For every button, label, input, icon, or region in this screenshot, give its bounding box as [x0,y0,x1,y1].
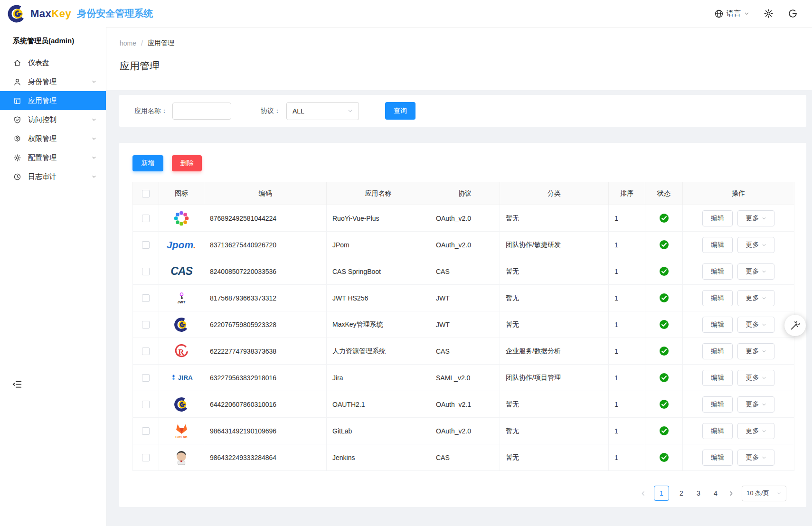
globe-icon [714,9,724,19]
app-protocol: OAuth_v2.0 [430,232,500,258]
table-row: Jpom.837136275440926720JPomOAuth_v2.0团队协… [133,232,794,258]
sidebar-user-title: 系统管理员(admin) [0,27,106,53]
breadcrumb-home[interactable]: home [120,39,136,47]
edit-button[interactable]: 编辑 [702,450,733,466]
app-sort: 1 [609,391,645,418]
more-button[interactable]: 更多 [737,450,774,466]
more-label: 更多 [746,347,759,356]
edit-button[interactable]: 编辑 [702,396,733,413]
chevron-down-icon [762,322,766,327]
protocol-select-value: ALL [293,107,304,115]
edit-button[interactable]: 编辑 [702,423,733,439]
pagination-page-4[interactable]: 4 [711,489,720,497]
select-all-checkbox[interactable] [142,190,150,197]
chevron-down-icon [92,155,96,160]
app-logo-jwt: JWT [159,285,204,311]
app-code: 824008507220033536 [204,258,327,285]
more-button[interactable]: 更多 [737,210,774,226]
more-button[interactable]: 更多 [737,396,774,413]
more-button[interactable]: 更多 [737,423,774,439]
app-sort: 1 [609,418,645,444]
app-category: 团队协作/敏捷研发 [500,232,609,258]
column-header: 状态 [645,182,683,205]
chevron-down-icon [762,296,766,301]
sidebar-item-apps[interactable]: 应用管理 [0,91,106,110]
shield-icon [13,116,21,124]
app-logo-maxkey [159,391,204,417]
chevron-down-icon [762,402,766,407]
settings-button[interactable] [764,9,774,19]
more-button[interactable]: 更多 [737,263,774,280]
row-checkbox[interactable] [142,454,150,461]
chevron-down-icon [777,491,782,496]
chevron-down-icon [762,376,766,380]
edit-button[interactable]: 编辑 [702,317,733,333]
sidebar-item-permission[interactable]: 权限管理 [0,129,106,148]
chevron-down-icon [762,216,766,221]
logout-button[interactable] [788,9,798,19]
theme-tool-button[interactable] [784,315,806,336]
add-button[interactable]: 新增 [132,155,163,171]
edit-button[interactable]: 编辑 [702,210,733,226]
edit-button[interactable]: 编辑 [702,237,733,253]
chevron-down-icon [348,108,353,113]
row-checkbox[interactable] [142,321,150,329]
more-button[interactable]: 更多 [737,370,774,386]
edit-button[interactable]: 编辑 [702,343,733,359]
brand-name: MaxKey [30,8,71,20]
app-category: 企业服务/数据分析 [500,338,609,365]
column-header: 排序 [609,182,645,205]
app-name-label: 应用名称： [134,107,168,115]
row-checkbox[interactable] [142,294,150,302]
app-name: JWT HS256 [327,285,430,311]
status-enabled-icon [660,214,669,223]
sidebar-item-audit[interactable]: 日志审计 [0,167,106,186]
row-checkbox[interactable] [142,374,150,382]
magic-wand-icon [790,320,801,331]
pagination: 123410 条/页 [132,485,786,501]
pagination-next[interactable] [728,490,734,497]
app-logo-cas: CAS [159,258,204,284]
language-menu[interactable]: 语言 [714,9,749,19]
breadcrumb: home / 应用管理 [120,39,812,47]
edit-button[interactable]: 编辑 [702,290,733,306]
more-button[interactable]: 更多 [737,317,774,333]
edit-button[interactable]: 编辑 [702,370,733,386]
app-name-input[interactable] [172,103,231,120]
protocol-select[interactable]: ALL [286,102,359,120]
sidebar-item-dashboard[interactable]: 仪表盘 [0,53,106,72]
sidebar-item-identity[interactable]: 身份管理 [0,72,106,91]
delete-button[interactable]: 删除 [172,155,202,171]
more-button[interactable]: 更多 [737,290,774,306]
app-category: 团队协作/项目管理 [500,365,609,391]
pagination-page-2[interactable]: 2 [677,489,686,497]
row-checkbox[interactable] [142,268,150,275]
main-area: home / 应用管理 应用管理 应用名称： 协议： ALL 查询 新增 删除 [106,27,812,526]
row-checkbox[interactable] [142,215,150,222]
app-category: 暂无 [500,391,609,418]
clock-icon [13,173,21,181]
app-name: RuoYi-Vue-Plus [327,205,430,232]
row-checkbox[interactable] [142,427,150,435]
row-checkbox[interactable] [142,241,150,249]
search-button[interactable]: 查询 [385,102,415,120]
more-button[interactable]: 更多 [737,343,774,359]
edit-button[interactable]: 编辑 [702,263,733,280]
pagination-prev[interactable] [640,490,646,497]
app-protocol: OAuth_v2.1 [430,391,500,418]
table-row: 986432249333284864JenkinsCAS暂无1编辑更多 [133,444,794,471]
sidebar-item-access[interactable]: 访问控制 [0,110,106,129]
row-checkbox[interactable] [142,348,150,355]
column-header: 图标 [159,182,204,205]
row-checkbox[interactable] [142,401,150,408]
sidebar-item-config[interactable]: 配置管理 [0,148,106,167]
menu-fold-icon[interactable] [12,379,22,389]
page-size-select[interactable]: 10 条/页 [742,486,786,501]
app-logo-ruoyi [159,205,204,231]
badge-icon [13,135,21,143]
more-button[interactable]: 更多 [737,237,774,253]
pagination-page-1[interactable]: 1 [654,486,669,501]
pagination-page-3[interactable]: 3 [694,489,703,497]
app-code: 632279563832918016 [204,365,327,391]
app-logo-jpom: Jpom. [159,232,204,258]
